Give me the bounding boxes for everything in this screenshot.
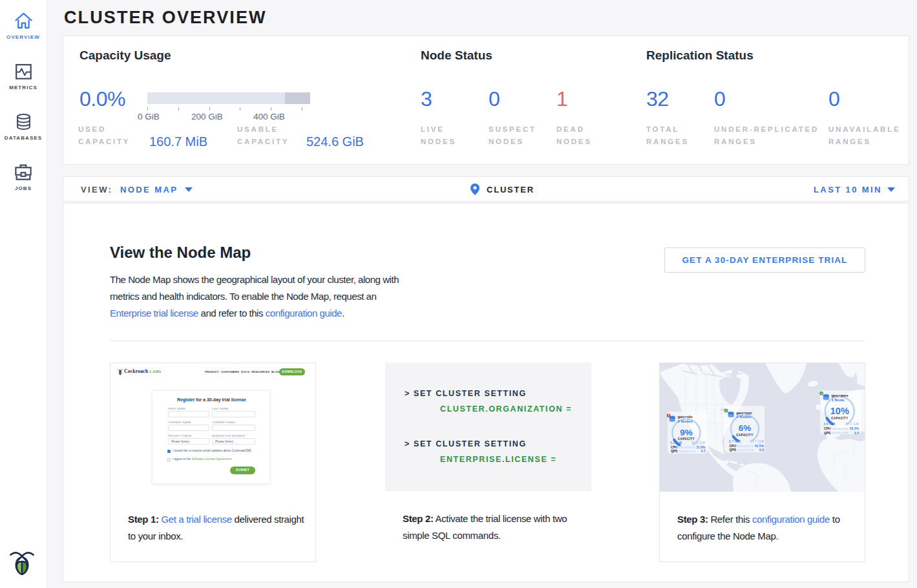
svg-text:34.4 GiB: 34.4 GiB bbox=[845, 422, 859, 426]
svg-text:42.5%: 42.5% bbox=[755, 444, 764, 448]
svg-text:QPS: QPS bbox=[730, 448, 737, 452]
svg-text:3.6 GiB: 3.6 GiB bbox=[823, 422, 836, 426]
svg-text:0.0: 0.0 bbox=[759, 448, 764, 452]
svg-text:geo=sfo: geo=sfo bbox=[678, 415, 693, 419]
svg-text:9%: 9% bbox=[680, 428, 693, 437]
svg-text:geo=nyc: geo=nyc bbox=[736, 411, 752, 415]
svg-text:QPS: QPS bbox=[824, 431, 831, 435]
svg-text:58.3%: 58.3% bbox=[850, 426, 859, 430]
svg-text:11.0%: 11.0% bbox=[697, 445, 706, 449]
svg-text:2 Nodes: 2 Nodes bbox=[678, 419, 693, 423]
svg-text:4.7: 4.7 bbox=[701, 449, 706, 453]
svg-text:2 Nodes: 2 Nodes bbox=[736, 415, 752, 419]
svg-text:0.4: 0.4 bbox=[854, 431, 859, 435]
svg-text:CPU: CPU bbox=[730, 444, 737, 448]
svg-text:CAPACITY: CAPACITY bbox=[831, 417, 848, 420]
svg-text:3.7 GiB: 3.7 GiB bbox=[729, 439, 741, 443]
svg-text:CPU: CPU bbox=[824, 426, 831, 430]
svg-text:43.7 GiB: 43.7 GiB bbox=[750, 439, 764, 443]
svg-text:35.1 GiB: 35.1 GiB bbox=[691, 441, 706, 445]
svg-text:CPU: CPU bbox=[671, 445, 678, 449]
svg-text:CAPACITY: CAPACITY bbox=[736, 434, 753, 437]
svg-text:6%: 6% bbox=[739, 423, 752, 433]
svg-text:1 Node: 1 Node bbox=[832, 398, 845, 402]
svg-text:3.2 GiB: 3.2 GiB bbox=[670, 441, 682, 445]
svg-text:QPS: QPS bbox=[671, 449, 678, 453]
svg-text:10%: 10% bbox=[830, 406, 849, 416]
svg-text:geo=ams: geo=ams bbox=[832, 394, 849, 397]
